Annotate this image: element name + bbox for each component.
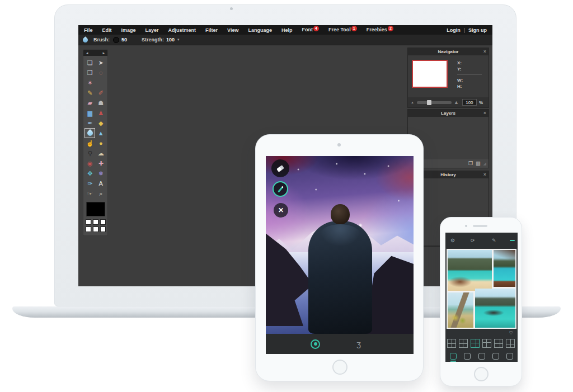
- color-swatch[interactable]: [86, 226, 91, 232]
- palette-prev-icon[interactable]: ◂: [86, 50, 88, 56]
- layout-option-5[interactable]: [494, 339, 503, 348]
- blur-tool[interactable]: [84, 128, 95, 138]
- brush-preview[interactable]: [113, 37, 119, 43]
- collage-photo-longtail-boat[interactable]: [475, 289, 515, 328]
- hand-tool[interactable]: ☞: [84, 188, 95, 199]
- layout-option-2[interactable]: [459, 339, 468, 348]
- zoom-value-input[interactable]: 100: [462, 99, 477, 106]
- zoom-slider-thumb[interactable]: [427, 100, 431, 105]
- strength-caret-icon[interactable]: ▾: [177, 37, 180, 42]
- delete-layer-icon[interactable]: ▥: [476, 159, 481, 168]
- shuffle-icon[interactable]: ⟳: [471, 233, 475, 248]
- move-tool[interactable]: ➤: [96, 58, 106, 68]
- menu-item-help[interactable]: Help: [281, 27, 293, 33]
- tab-export[interactable]: [506, 353, 513, 360]
- color-swatch[interactable]: [100, 226, 106, 232]
- dodge-tool[interactable]: ●: [96, 138, 106, 148]
- layout-option-6[interactable]: [506, 339, 515, 348]
- zoom-slider[interactable]: [417, 101, 452, 104]
- eraser-button[interactable]: [271, 159, 289, 177]
- edit-icon[interactable]: ✎: [492, 233, 496, 248]
- tab-shapes[interactable]: [464, 353, 471, 360]
- zoom-out-icon[interactable]: ▲: [411, 101, 414, 104]
- clone-stamp-tool[interactable]: ☗: [96, 98, 106, 108]
- menu-item-freebies[interactable]: Freebies2: [367, 27, 393, 33]
- navigator-preview[interactable]: [412, 60, 448, 88]
- eraser-tool[interactable]: ▰: [84, 98, 95, 108]
- resize-corner[interactable]: ◢: [483, 159, 486, 168]
- color-swatch[interactable]: [86, 219, 91, 225]
- menu-item-adjustment[interactable]: Adjustment: [168, 27, 196, 33]
- crop-tool[interactable]: ❏: [84, 58, 95, 68]
- navigator-close-icon[interactable]: ×: [483, 48, 486, 55]
- color-swatch[interactable]: [93, 226, 98, 232]
- phone-home-button[interactable]: [474, 367, 489, 381]
- zoom-tool[interactable]: ⌕: [96, 188, 106, 199]
- history-close-icon[interactable]: ×: [483, 171, 486, 178]
- brush-tool[interactable]: ✐: [96, 88, 106, 98]
- pen-tool[interactable]: ✒: [84, 118, 95, 128]
- auth-link-sign-up[interactable]: Sign up: [468, 27, 487, 33]
- tab-layouts[interactable]: [450, 353, 457, 360]
- done-icon[interactable]: [510, 233, 515, 248]
- settings-icon[interactable]: ⚙: [450, 233, 455, 248]
- color-swatch[interactable]: [100, 219, 106, 225]
- heart-icon[interactable]: ♡: [509, 330, 513, 336]
- wand-tool[interactable]: ✶: [84, 78, 95, 88]
- menu-item-label: Help: [281, 27, 293, 33]
- menu-item-font[interactable]: Font4: [302, 27, 319, 33]
- color-swatch[interactable]: [93, 219, 98, 225]
- eyedropper-tool[interactable]: ✑: [84, 178, 95, 188]
- menu-item-label: Freebies: [367, 27, 387, 32]
- lasso-tool[interactable]: ◌: [96, 68, 106, 78]
- marquee-tool[interactable]: ❒: [84, 68, 95, 78]
- strength-value[interactable]: 100: [166, 37, 175, 42]
- new-layer-icon[interactable]: ❐: [468, 159, 473, 168]
- bloat-tool[interactable]: ✥: [84, 168, 95, 178]
- pinch-tool[interactable]: ❅: [96, 168, 106, 178]
- gesture-button[interactable]: ʒ: [356, 334, 361, 354]
- tab-frames[interactable]: [478, 353, 485, 360]
- tablet-photo-canvas[interactable]: [266, 156, 414, 334]
- fill-tool[interactable]: ◆: [96, 118, 106, 128]
- smudge-tool[interactable]: ☝: [84, 138, 95, 148]
- layout-option-1[interactable]: [447, 339, 456, 348]
- red-eye-tool[interactable]: ◉: [84, 158, 95, 168]
- tablet-home-button[interactable]: [332, 360, 347, 375]
- brush-size-value[interactable]: 50: [121, 37, 127, 42]
- text-tool[interactable]: A: [96, 178, 106, 188]
- sponge-tool[interactable]: ☁: [96, 148, 106, 158]
- collage-photo-coconuts[interactable]: [448, 292, 473, 328]
- brush-icon: [278, 186, 284, 192]
- sharpen-tool[interactable]: ▲: [96, 128, 106, 138]
- layers-close-icon[interactable]: ×: [483, 110, 486, 117]
- menu-item-edit[interactable]: Edit: [102, 27, 112, 33]
- pencil-tool[interactable]: ✎: [84, 88, 95, 98]
- menu-item-free-tool[interactable]: Free Tool1: [328, 27, 357, 33]
- menu-item-image[interactable]: Image: [121, 27, 136, 33]
- close-button[interactable]: ✕: [274, 203, 288, 218]
- brush-button[interactable]: [273, 181, 288, 197]
- burn-tool[interactable]: ⚲: [84, 148, 95, 158]
- menu-item-view[interactable]: View: [227, 27, 238, 33]
- palette-next-icon[interactable]: ▸: [102, 50, 105, 56]
- zoom-in-icon[interactable]: ▲: [454, 100, 459, 105]
- collage-photo-boat-bow[interactable]: [494, 250, 515, 287]
- auth-link-login[interactable]: Login: [447, 27, 461, 33]
- menu-item-file[interactable]: File: [84, 27, 93, 33]
- layout-option-4[interactable]: [482, 339, 491, 348]
- tab-background[interactable]: [492, 353, 499, 360]
- layout-option-3[interactable]: [471, 339, 480, 348]
- gradient-tool[interactable]: ▆: [84, 108, 95, 118]
- record-button[interactable]: [311, 339, 320, 349]
- menu-item-language[interactable]: Language: [248, 27, 272, 33]
- person-hood: [320, 224, 361, 247]
- stamp-tool[interactable]: ♟: [96, 108, 106, 118]
- menu-item-label: Image: [121, 27, 136, 33]
- foreground-color-swatch[interactable]: [86, 202, 105, 216]
- menu-item-filter[interactable]: Filter: [205, 27, 218, 33]
- menu-item-layer[interactable]: Layer: [145, 27, 159, 33]
- heal-tool[interactable]: ✚: [96, 158, 106, 168]
- collage-photo-beach-boat[interactable]: [448, 250, 492, 291]
- active-tool-drop-icon: [82, 36, 89, 44]
